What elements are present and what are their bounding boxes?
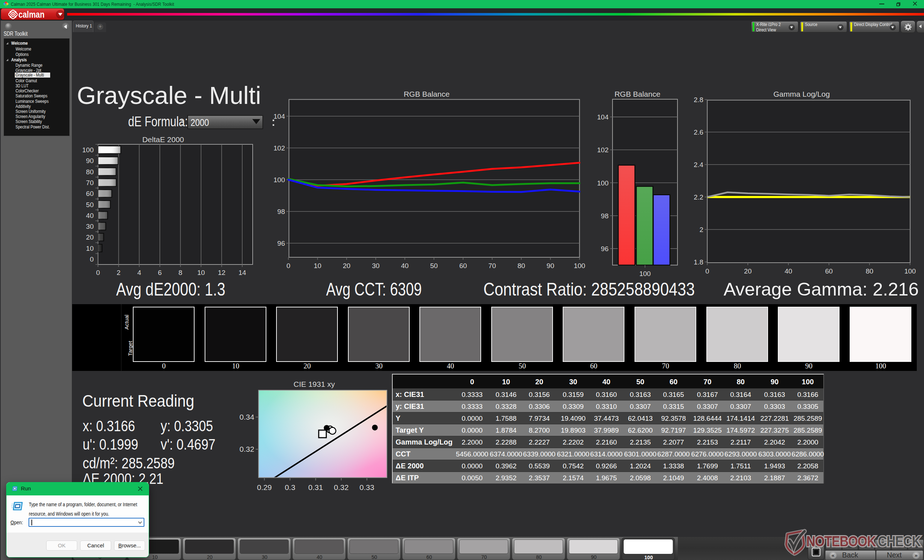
svg-text:0.34: 0.34 xyxy=(240,413,255,421)
svg-text:10: 10 xyxy=(86,245,93,252)
svg-text:80: 80 xyxy=(86,168,93,176)
svg-text:100: 100 xyxy=(82,146,94,154)
svg-text:100: 100 xyxy=(639,270,651,277)
svg-text:100: 100 xyxy=(904,267,916,275)
svg-text:14: 14 xyxy=(238,269,246,276)
svg-text:0.29: 0.29 xyxy=(257,483,272,491)
svg-text:DeltaE 2000: DeltaE 2000 xyxy=(142,136,184,144)
svg-text:102: 102 xyxy=(274,144,285,152)
svg-text:40: 40 xyxy=(401,262,409,270)
svg-text:10: 10 xyxy=(197,269,205,276)
svg-text:2.6: 2.6 xyxy=(694,129,703,136)
svg-text:10: 10 xyxy=(314,262,321,270)
svg-text:96: 96 xyxy=(277,240,285,247)
svg-text:80: 80 xyxy=(518,262,525,270)
svg-text:12: 12 xyxy=(218,269,226,276)
svg-text:20: 20 xyxy=(343,262,351,270)
svg-text:60: 60 xyxy=(459,262,467,270)
svg-text:6: 6 xyxy=(158,269,162,276)
svg-text:60: 60 xyxy=(825,267,832,275)
svg-text:CIE 1931 xy: CIE 1931 xy xyxy=(294,380,335,388)
svg-text:90: 90 xyxy=(86,157,93,165)
svg-text:0: 0 xyxy=(286,262,291,270)
svg-text:104: 104 xyxy=(274,112,285,120)
svg-text:0.31: 0.31 xyxy=(308,483,323,491)
svg-text:Gamma Log/Log: Gamma Log/Log xyxy=(774,90,830,98)
svg-text:2.8: 2.8 xyxy=(694,96,703,103)
svg-text:CHECK: CHECK xyxy=(878,533,921,549)
svg-text:40: 40 xyxy=(784,267,792,275)
svg-text:40: 40 xyxy=(86,212,93,219)
svg-text:50: 50 xyxy=(86,201,93,208)
svg-text:98: 98 xyxy=(601,212,609,220)
svg-text:0.33: 0.33 xyxy=(360,483,374,491)
svg-text:RGB Balance: RGB Balance xyxy=(404,90,449,98)
svg-text:0: 0 xyxy=(96,269,100,276)
svg-text:20: 20 xyxy=(86,234,93,241)
svg-text:0: 0 xyxy=(705,267,709,275)
svg-text:50: 50 xyxy=(430,262,438,270)
svg-text:2.4: 2.4 xyxy=(694,161,704,169)
svg-text:0.32: 0.32 xyxy=(240,445,255,453)
svg-text:100: 100 xyxy=(274,176,285,184)
svg-text:2: 2 xyxy=(117,269,120,276)
svg-text:100: 100 xyxy=(597,179,609,187)
svg-text:0.3: 0.3 xyxy=(285,483,295,491)
svg-text:1.8: 1.8 xyxy=(694,258,703,266)
svg-text:60: 60 xyxy=(86,190,93,198)
svg-text:104: 104 xyxy=(597,113,609,121)
svg-text:80: 80 xyxy=(866,267,873,275)
svg-text:4: 4 xyxy=(137,269,141,276)
svg-text:30: 30 xyxy=(86,223,93,230)
svg-text:30: 30 xyxy=(372,262,380,270)
svg-text:2.2: 2.2 xyxy=(694,193,703,201)
svg-text:NOTEBOOK: NOTEBOOK xyxy=(806,533,876,549)
svg-text:RGB Balance: RGB Balance xyxy=(614,90,660,98)
svg-text:20: 20 xyxy=(744,267,752,275)
svg-text:2: 2 xyxy=(699,226,704,234)
svg-text:102: 102 xyxy=(597,146,609,154)
svg-text:96: 96 xyxy=(601,245,609,253)
svg-text:0.32: 0.32 xyxy=(334,483,349,491)
svg-text:70: 70 xyxy=(86,179,93,187)
svg-text:90: 90 xyxy=(546,262,554,270)
svg-text:0: 0 xyxy=(90,256,94,263)
svg-text:98: 98 xyxy=(277,208,285,216)
svg-text:8: 8 xyxy=(178,269,183,276)
svg-text:70: 70 xyxy=(488,262,496,270)
svg-text:100: 100 xyxy=(574,262,585,270)
